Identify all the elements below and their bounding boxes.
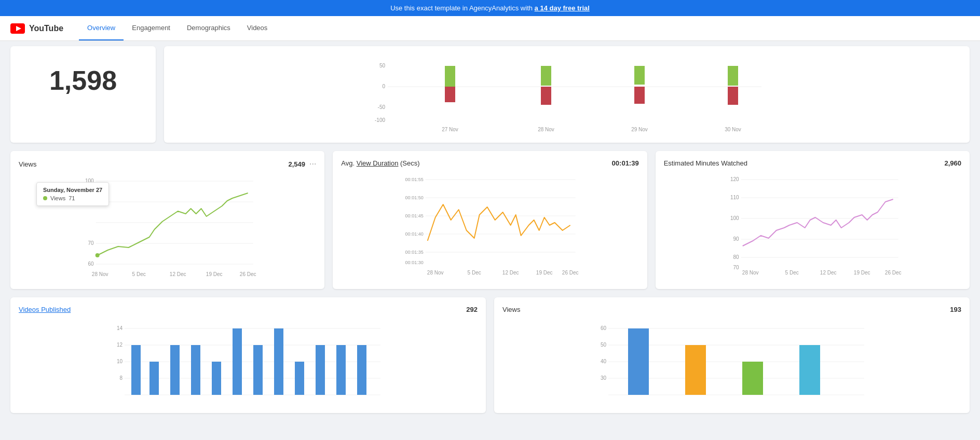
brand-name: YouTube xyxy=(29,24,63,33)
svg-rect-98 xyxy=(742,362,763,395)
grouped-bar-chart: 50 0 -50 -100 27 Nov xyxy=(172,54,961,132)
svg-rect-86 xyxy=(357,345,366,395)
views-bottom-card: Views 193 60 50 40 30 xyxy=(494,297,970,413)
svg-text:12: 12 xyxy=(117,342,123,348)
svg-text:90: 90 xyxy=(733,236,739,242)
svg-rect-10 xyxy=(541,87,551,105)
svg-text:28 Nov: 28 Nov xyxy=(92,271,108,277)
svg-text:30 Nov: 30 Nov xyxy=(725,127,741,132)
avg-view-title: Avg. View Duration (Secs) xyxy=(341,159,419,167)
avg-view-header: Avg. View Duration (Secs) 00:01:39 xyxy=(341,159,638,167)
est-minutes-header: Estimated Minutes Watched 2,960 xyxy=(664,159,961,167)
svg-text:19 Dec: 19 Dec xyxy=(853,270,870,276)
more-icon[interactable]: ··· xyxy=(309,159,316,169)
subscribers-card: 1,598 xyxy=(10,46,156,143)
views-bottom-header: Views 193 xyxy=(502,306,961,313)
svg-rect-85 xyxy=(336,345,346,395)
videos-published-card: Videos Published 292 14 12 10 8 xyxy=(10,297,486,413)
top-row: 1,598 50 0 -50 -100 xyxy=(10,46,970,143)
videos-published-header: Videos Published 292 xyxy=(19,306,478,313)
est-minutes-line-chart: 120 110 100 90 80 70 28 Nov 5 Dec 12 Dec… xyxy=(664,173,961,277)
svg-text:5 Dec: 5 Dec xyxy=(468,270,481,276)
svg-text:00:01:50: 00:01:50 xyxy=(405,195,424,200)
views-card-header: Views 2,549 ··· xyxy=(19,159,316,169)
svg-text:12 Dec: 12 Dec xyxy=(502,270,519,276)
views-card-title: Views xyxy=(19,160,36,168)
videos-published-bar-chart: 14 12 10 8 xyxy=(19,320,478,403)
svg-point-28 xyxy=(96,253,100,257)
svg-rect-82 xyxy=(274,328,283,395)
subscribers-value: 1,598 xyxy=(19,54,147,101)
svg-rect-11 xyxy=(634,66,645,85)
svg-text:14: 14 xyxy=(117,325,123,331)
svg-text:27 Nov: 27 Nov xyxy=(442,127,458,132)
views-bottom-bar-chart: 60 50 40 30 xyxy=(502,320,961,403)
svg-rect-14 xyxy=(728,87,738,105)
svg-text:26 Dec: 26 Dec xyxy=(562,270,579,276)
svg-rect-7 xyxy=(445,66,455,87)
middle-row: Views 2,549 ··· Sunday, November 27 View… xyxy=(10,151,970,289)
svg-rect-84 xyxy=(316,345,325,395)
svg-text:00:01:35: 00:01:35 xyxy=(405,250,424,255)
est-minutes-title: Estimated Minutes Watched xyxy=(664,159,747,167)
views-bottom-value: 193 xyxy=(950,306,961,313)
svg-text:-50: -50 xyxy=(378,104,386,110)
svg-text:120: 120 xyxy=(730,176,739,182)
svg-rect-78 xyxy=(191,345,200,395)
svg-rect-79 xyxy=(212,362,221,395)
tooltip-row: Views 71 xyxy=(43,195,102,201)
views-card-value: 2,549 xyxy=(288,160,305,168)
top-banner: Use this exact template in AgencyAnalyti… xyxy=(0,0,980,16)
svg-rect-76 xyxy=(149,362,159,395)
est-minutes-value: 2,960 xyxy=(944,159,961,167)
bottom-row: Videos Published 292 14 12 10 8 xyxy=(10,297,970,413)
svg-text:80: 80 xyxy=(733,254,739,260)
svg-text:0: 0 xyxy=(382,84,385,89)
svg-rect-96 xyxy=(628,328,649,395)
views-tooltip: Sunday, November 27 Views 71 xyxy=(36,182,109,206)
svg-text:5 Dec: 5 Dec xyxy=(785,270,798,276)
svg-text:60: 60 xyxy=(88,261,94,267)
svg-text:-100: -100 xyxy=(375,117,385,123)
svg-text:00:01:40: 00:01:40 xyxy=(405,231,424,237)
svg-text:8: 8 xyxy=(119,375,122,381)
svg-text:00:01:45: 00:01:45 xyxy=(405,213,424,218)
svg-text:28 Nov: 28 Nov xyxy=(427,270,444,276)
svg-text:26 Dec: 26 Dec xyxy=(240,271,256,277)
svg-text:12 Dec: 12 Dec xyxy=(170,271,186,277)
tooltip-metric: Views xyxy=(50,195,65,201)
tab-engagement[interactable]: Engagement xyxy=(124,16,179,40)
svg-text:70: 70 xyxy=(733,265,739,270)
main-content: 1,598 50 0 -50 -100 xyxy=(0,41,980,423)
svg-rect-99 xyxy=(799,345,820,395)
svg-rect-9 xyxy=(541,66,551,86)
svg-text:19 Dec: 19 Dec xyxy=(536,270,553,276)
avg-view-card: Avg. View Duration (Secs) 00:01:39 00:01… xyxy=(333,151,647,289)
svg-text:29 Nov: 29 Nov xyxy=(631,127,648,132)
svg-text:50: 50 xyxy=(601,342,607,348)
svg-text:30: 30 xyxy=(601,375,607,381)
views-card: Views 2,549 ··· Sunday, November 27 View… xyxy=(10,151,324,289)
svg-text:28 Nov: 28 Nov xyxy=(538,127,554,132)
bar-chart-card: 50 0 -50 -100 27 Nov xyxy=(164,46,970,143)
svg-rect-8 xyxy=(445,87,455,102)
videos-published-link[interactable]: Videos Published xyxy=(19,306,71,313)
banner-text: Use this exact template in AgencyAnalyti… xyxy=(390,4,534,12)
youtube-icon xyxy=(10,23,25,34)
tooltip-date: Sunday, November 27 xyxy=(43,187,102,193)
tooltip-value: 71 xyxy=(69,195,75,201)
svg-text:28 Nov: 28 Nov xyxy=(742,270,758,276)
svg-rect-75 xyxy=(131,345,141,395)
est-minutes-card: Estimated Minutes Watched 2,960 120 110 … xyxy=(656,151,970,289)
svg-rect-80 xyxy=(233,328,242,395)
tab-overview[interactable]: Overview xyxy=(79,16,124,40)
svg-rect-12 xyxy=(634,87,645,104)
nav-tabs: Overview Engagement Demographics Videos xyxy=(79,16,276,40)
svg-rect-81 xyxy=(253,345,263,395)
tab-videos[interactable]: Videos xyxy=(239,16,276,40)
svg-text:26 Dec: 26 Dec xyxy=(884,270,901,276)
svg-text:110: 110 xyxy=(730,195,739,200)
banner-link[interactable]: a 14 day free trial xyxy=(535,4,590,12)
navbar: YouTube Overview Engagement Demographics… xyxy=(0,16,980,41)
tab-demographics[interactable]: Demographics xyxy=(179,16,239,40)
